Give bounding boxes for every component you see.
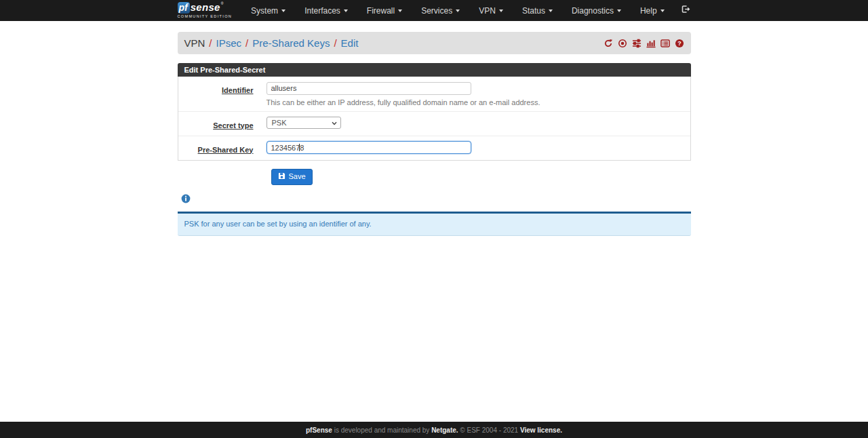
menu-system[interactable]: System [241, 0, 295, 21]
psk-row: Pre-Shared Key [178, 136, 690, 160]
secret-type-select[interactable]: PSK [267, 117, 341, 129]
panel-body: Identifier This can be either an IP addr… [178, 77, 691, 161]
chevron-down-icon [398, 9, 402, 12]
menu-services[interactable]: Services [412, 0, 469, 21]
psk-input[interactable] [267, 141, 471, 154]
breadcrumb-toolbar: ? [604, 39, 684, 48]
identifier-row: Identifier This can be either an IP addr… [178, 77, 690, 111]
identifier-input[interactable] [267, 82, 471, 95]
chevron-down-icon [499, 9, 503, 12]
psk-label: Pre-Shared Key [198, 146, 254, 154]
text-cursor [299, 144, 300, 151]
breadcrumb-ipsec-link[interactable]: IPsec [216, 37, 242, 49]
footer-pfsense-link[interactable]: pfSense [306, 426, 332, 434]
sliders-icon[interactable] [632, 39, 642, 48]
breadcrumb-separator: / [334, 37, 336, 49]
breadcrumb-bar: VPN / IPsec / Pre-Shared Keys / Edit [178, 32, 691, 54]
info-alert: PSK for any user can be set by using an … [178, 212, 691, 236]
footer-netgate-link[interactable]: Netgate. [431, 426, 458, 434]
menu-diagnostics[interactable]: Diagnostics [562, 0, 631, 21]
secret-type-selected-value: PSK [272, 119, 287, 127]
footer-text: is developed and maintained by [332, 426, 431, 434]
bar-chart-icon[interactable] [646, 39, 656, 48]
save-floppy-icon [278, 172, 285, 181]
pfsense-logo[interactable]: pf sense ® COMMUNITY EDITION [178, 2, 233, 19]
secret-type-row: Secret type PSK [178, 111, 690, 136]
breadcrumb-vpn: VPN [184, 37, 205, 49]
breadcrumb-edit-link[interactable]: Edit [341, 37, 359, 49]
identifier-help-text: This can be either an IP address, fully … [267, 98, 690, 106]
sign-out-icon [681, 4, 691, 17]
footer-view-license-link[interactable]: View license. [520, 426, 562, 434]
logo-pf-badge: pf [178, 2, 190, 14]
breadcrumb-separator: / [209, 37, 212, 49]
logo-sense-text: sense [191, 2, 220, 12]
menu-interfaces[interactable]: Interfaces [295, 0, 357, 21]
save-button-label: Save [289, 172, 306, 180]
logo-trademark: ® [221, 2, 224, 5]
logout-button[interactable] [681, 4, 691, 17]
edit-preshared-secret-panel: Edit Pre-Shared-Secret Identifier This c… [178, 63, 691, 161]
refresh-icon[interactable] [604, 39, 613, 48]
main-menu: System Interfaces Firewall Services VPN … [241, 0, 674, 21]
menu-firewall[interactable]: Firewall [357, 0, 412, 21]
dot-circle-icon[interactable] [618, 39, 627, 48]
chevron-down-icon [617, 9, 621, 12]
menu-help[interactable]: Help [631, 0, 674, 21]
select-chevron-icon [332, 119, 337, 127]
list-icon[interactable] [660, 39, 670, 48]
footer-copyright-text: © ESF 2004 - 2021 [458, 426, 520, 434]
page-content: VPN / IPsec / Pre-Shared Keys / Edit [178, 21, 691, 236]
menu-status[interactable]: Status [513, 0, 562, 21]
top-navbar: pf sense ® COMMUNITY EDITION System Inte… [0, 0, 868, 21]
chevron-down-icon [549, 9, 553, 12]
menu-vpn[interactable]: VPN [469, 0, 513, 21]
info-circle-icon [181, 194, 191, 205]
info-alert-text: PSK for any user can be set by using an … [184, 220, 372, 228]
identifier-label: Identifier [222, 86, 253, 94]
secret-type-label: Secret type [213, 121, 253, 130]
logo-edition-text: COMMUNITY EDITION [178, 15, 233, 19]
chevron-down-icon [344, 9, 348, 12]
save-button[interactable]: Save [271, 169, 313, 185]
chevron-down-icon [456, 9, 460, 12]
breadcrumb-preshared-keys-link[interactable]: Pre-Shared Keys [252, 37, 330, 49]
chevron-down-icon [660, 9, 665, 12]
breadcrumb: VPN / IPsec / Pre-Shared Keys / Edit [184, 37, 359, 49]
help-icon[interactable]: ? [675, 39, 684, 48]
breadcrumb-separator: / [245, 37, 248, 49]
panel-title: Edit Pre-Shared-Secret [178, 63, 691, 77]
page-footer: pfSense is developed and maintained by N… [0, 422, 868, 438]
svg-text:?: ? [677, 40, 681, 47]
chevron-down-icon [281, 9, 285, 12]
